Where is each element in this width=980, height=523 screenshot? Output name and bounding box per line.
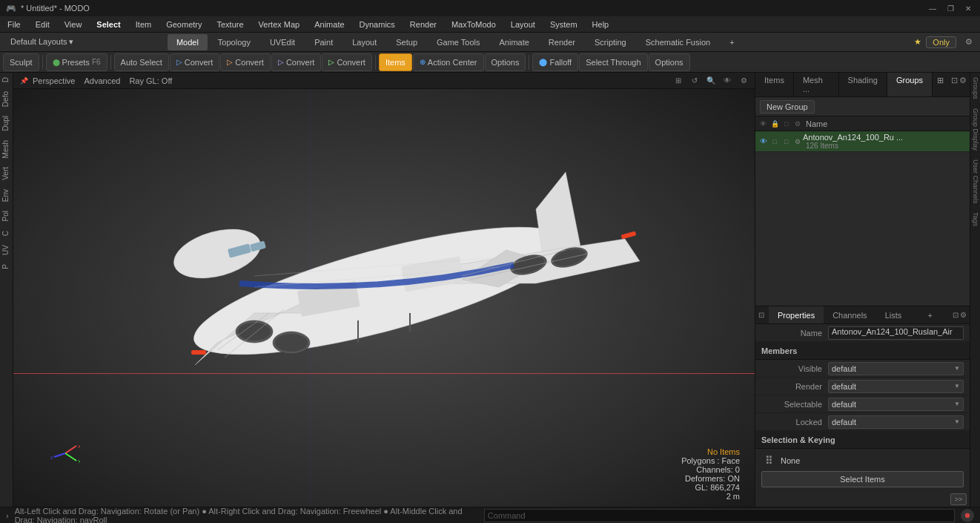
tab-groups[interactable]: Groups [887, 73, 933, 96]
viewport-ray-label[interactable]: Ray GL: Off [129, 76, 172, 85]
prop-add-button[interactable]: + [923, 306, 936, 323]
left-tab-env[interactable]: Env [0, 185, 13, 206]
panel-expand-icon[interactable]: ⊡ [951, 76, 958, 93]
action-center-button[interactable]: ⊕ Action Center [413, 53, 484, 71]
tab-shading[interactable]: Shading [839, 73, 887, 96]
menu-layout[interactable]: Layout [503, 16, 543, 32]
tab-schematic-fusion[interactable]: Schematic Fusion [637, 34, 719, 50]
options-button-2[interactable]: Options [649, 53, 690, 71]
left-tab-defo[interactable]: Defo [0, 87, 13, 111]
prop-tab-properties[interactable]: Properties [769, 306, 824, 323]
title-bar-controls[interactable]: — ❐ ✕ [927, 2, 974, 14]
menu-select[interactable]: Select [89, 16, 128, 32]
convert-button-4[interactable]: ▷ Convert [322, 53, 372, 71]
left-tab-uv[interactable]: UV [0, 240, 13, 260]
viewport-advanced-label[interactable]: Advanced [84, 76, 120, 85]
tab-layout[interactable]: Layout [343, 34, 385, 50]
viewport-rotate-button[interactable]: ↺ [688, 74, 701, 88]
convert-button-3[interactable]: ▷ Convert [271, 53, 322, 71]
group-check2-icon[interactable]: □ [781, 136, 792, 147]
left-tab-pol[interactable]: Pol [0, 206, 13, 226]
tab-items[interactable]: Items [755, 73, 794, 96]
options-button-1[interactable]: Options [485, 53, 526, 71]
tab-mesh[interactable]: Mesh ... [794, 73, 839, 96]
convert-button-1[interactable]: ▷ Convert [170, 53, 220, 71]
tab-game-tools[interactable]: Game Tools [428, 34, 489, 50]
tab-uvedit[interactable]: UVEdit [261, 34, 304, 50]
group-gear-icon[interactable]: ⚙ [793, 136, 804, 147]
prop-expand2-icon[interactable]: ⊡ [953, 311, 959, 319]
menu-texture[interactable]: Texture [209, 16, 251, 32]
tab-topology[interactable]: Topology [209, 34, 259, 50]
left-tab-vert[interactable]: Vert [0, 162, 13, 185]
viewport-perspective-label[interactable]: Perspective [33, 76, 75, 85]
select-items-button[interactable]: Select Items [761, 471, 964, 487]
items-button[interactable]: Items [379, 53, 412, 71]
menu-file[interactable]: File [0, 16, 28, 32]
prop-expand-icon[interactable]: ⊡ [755, 306, 767, 323]
left-tab-d[interactable]: D [0, 73, 13, 87]
command-input[interactable]: Command [484, 509, 955, 522]
prop-settings-icon[interactable]: ⚙ [960, 311, 967, 319]
minimize-button[interactable]: — [927, 2, 938, 14]
maximize-button[interactable]: ❐ [944, 2, 956, 14]
presets-button[interactable]: ⬤ Presets F6 [46, 53, 107, 71]
record-button[interactable]: ⏺ [961, 509, 974, 522]
viewport-zoom-button[interactable]: 🔍 [704, 74, 718, 88]
menu-help[interactable]: Help [585, 16, 617, 32]
falloff-button[interactable]: ⬤ Falloff [532, 53, 578, 71]
left-tab-dupl[interactable]: Dupl [0, 111, 13, 136]
right-tab-group-display[interactable]: Group Display [970, 104, 980, 155]
menu-dynamics[interactable]: Dynamics [352, 16, 403, 32]
menu-animate[interactable]: Animate [307, 16, 351, 32]
viewport-eye-button[interactable]: 👁 [721, 74, 734, 88]
locked-dropdown[interactable]: default ▼ [828, 415, 964, 429]
status-arrow[interactable]: › [6, 511, 9, 520]
auto-select-button[interactable]: Auto Select [114, 53, 169, 71]
group-eye-icon[interactable]: 👁 [758, 136, 769, 147]
panel-settings-icon[interactable]: ⚙ [959, 76, 967, 93]
list-item[interactable]: 👁 □ □ ⚙ Antonov_An124_100_Ru ... 126 Ite… [755, 131, 970, 152]
menu-edit[interactable]: Edit [28, 16, 57, 32]
viewport-pin-button[interactable]: 📌 [18, 75, 30, 87]
render-dropdown[interactable]: default ▼ [828, 380, 964, 393]
only-button[interactable]: Only [926, 36, 956, 48]
visible-dropdown[interactable]: default ▼ [828, 362, 964, 375]
convert-button-2[interactable]: ▷ Convert [220, 53, 271, 71]
tab-add[interactable]: + [721, 34, 743, 50]
tab-scripting[interactable]: Scripting [586, 34, 635, 50]
left-tab-p[interactable]: P [0, 260, 13, 274]
menu-geometry[interactable]: Geometry [159, 16, 209, 32]
selectable-dropdown[interactable]: default ▼ [828, 398, 964, 411]
sculpt-button[interactable]: Sculpt [3, 53, 39, 71]
tab-model[interactable]: Model [168, 34, 208, 50]
viewport-3d[interactable]: X Y Z No Items Polygons : Face Channels:… [13, 89, 755, 507]
tab-setup[interactable]: Setup [387, 34, 426, 50]
tab-expand-button[interactable]: ⊞ [933, 73, 948, 96]
expand-bottom-button[interactable]: >> [950, 493, 967, 505]
prop-tab-channels[interactable]: Channels [824, 306, 875, 323]
layout-settings-button[interactable]: ⚙ [961, 34, 977, 50]
tab-paint[interactable]: Paint [305, 34, 342, 50]
tab-animate[interactable]: Animate [491, 34, 538, 50]
right-tab-groups[interactable]: Groups [970, 73, 980, 104]
left-tab-c[interactable]: C [0, 226, 13, 240]
menu-render[interactable]: Render [403, 16, 444, 32]
default-layouts-dropdown[interactable]: Default Layouts ▾ [3, 34, 82, 50]
viewport-settings-button[interactable]: ⚙ [737, 74, 750, 88]
left-tab-mesh[interactable]: Mesh [0, 136, 13, 162]
group-check1-icon[interactable]: □ [770, 136, 781, 147]
menu-view[interactable]: View [57, 16, 90, 32]
tab-render[interactable]: Render [540, 34, 584, 50]
prop-tab-lists[interactable]: Lists [876, 306, 911, 323]
select-through-button[interactable]: Select Through [579, 53, 647, 71]
menu-system[interactable]: System [543, 16, 585, 32]
new-group-button[interactable]: New Group [760, 100, 815, 114]
viewport-canvas[interactable]: X Y Z No Items Polygons : Face Channels:… [13, 89, 755, 507]
menu-item[interactable]: Item [128, 16, 159, 32]
close-button[interactable]: ✕ [962, 2, 974, 14]
menu-maxtomode[interactable]: MaxToModo [444, 16, 503, 32]
menu-vertex-map[interactable]: Vertex Map [251, 16, 308, 32]
right-tab-tags[interactable]: Tags [970, 208, 980, 231]
viewport-grid-button[interactable]: ⊞ [672, 74, 685, 88]
